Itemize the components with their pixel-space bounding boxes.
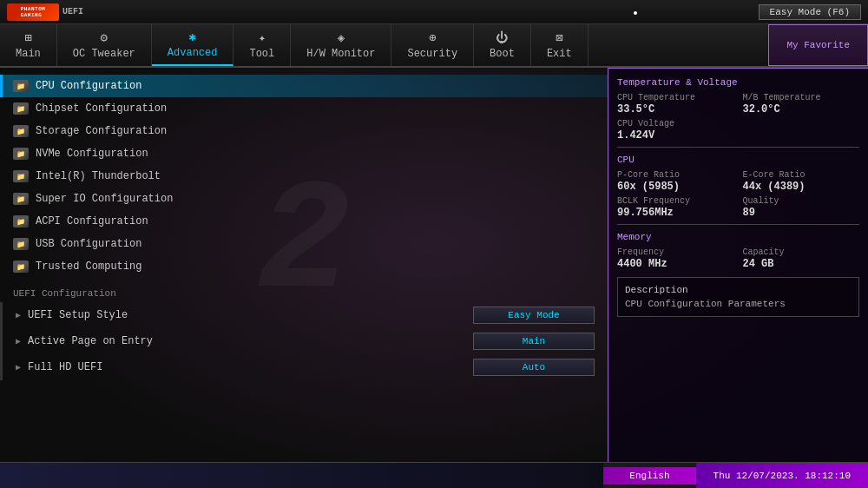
advanced-icon: ✱ (188, 30, 195, 44)
super-io-label: Super IO Configuration (36, 193, 173, 205)
nav-item-tool[interactable]: ✦ Tool (233, 24, 291, 66)
menu-item-trusted-computing[interactable]: 📁 Trusted Computing (0, 255, 608, 278)
menu-item-chipset-config[interactable]: 📁 Chipset Configuration (0, 97, 608, 120)
menu-item-usb-config[interactable]: 📁 USB Configuration (0, 233, 608, 255)
main-content: 📁 CPU Configuration 📁 Chipset Configurat… (0, 68, 868, 462)
trusted-icon: 📁 (13, 260, 29, 273)
core-ratio-row: P-Core Ratio 60x (5985) E-Core Ratio 44x… (617, 170, 859, 193)
menu-item-acpi-config[interactable]: 📁 ACPI Configuration (0, 210, 608, 233)
p-core-col: P-Core Ratio 60x (5985) (617, 170, 734, 193)
row-indicator-1: ▶ (16, 310, 21, 320)
e-core-value: 44x (4389) (743, 181, 860, 193)
quality-label: Quality (743, 196, 860, 206)
uefi-setup-style-row: ▶ UEFI Setup Style Easy Mode (0, 302, 608, 328)
cpu-temp-col: CPU Temperature 33.5°C (617, 93, 734, 115)
volt-row: CPU Voltage 1.424V (617, 119, 859, 142)
bclk-col: BCLK Frequency 99.756MHz (617, 196, 734, 219)
freq-value: 4400 MHz (617, 258, 734, 270)
nav-label-security: Security (407, 48, 457, 60)
p-core-value: 60x (5985) (617, 181, 734, 193)
mb-temp-label: M/B Temperature (743, 93, 860, 102)
nav-label-boot: Boot (490, 48, 515, 60)
row-indicator-2: ▶ (16, 336, 21, 346)
quality-value: 89 (743, 207, 860, 219)
memory-row: Frequency 4400 MHz Capacity 24 GB (617, 247, 859, 270)
nav-item-exit[interactable]: ⊠ Exit (531, 24, 589, 66)
nav-item-hw-monitor[interactable]: ◈ H/W Monitor (291, 24, 391, 66)
hw-monitor-icon: ◈ (338, 30, 345, 45)
nvme-label: NVMe Configuration (36, 148, 148, 160)
menu-item-super-io[interactable]: 📁 Super IO Configuration (0, 188, 608, 210)
capacity-label: Capacity (743, 247, 860, 257)
mb-temp-col: M/B Temperature 32.0°C (743, 93, 860, 115)
acpi-icon: 📁 (13, 215, 29, 228)
nav-label-tool: Tool (249, 48, 274, 60)
status-bar: English Thu 12/07/2023. 18:12:10 (0, 462, 868, 488)
tool-icon: ✦ (259, 30, 266, 45)
bclk-quality-row: BCLK Frequency 99.756MHz Quality 89 (617, 196, 859, 219)
quality-col: Quality 89 (743, 196, 860, 219)
active-page-value[interactable]: Main (473, 333, 595, 350)
uefi-setup-style-value[interactable]: Easy Mode (473, 307, 595, 324)
p-core-label: P-Core Ratio (617, 170, 734, 180)
divider-2 (617, 224, 859, 225)
menu-item-nvme-config[interactable]: 📁 NVMe Configuration (0, 142, 608, 165)
security-icon: ⊕ (429, 30, 436, 45)
memory-title: Memory (617, 232, 859, 242)
description-title: Description (625, 285, 852, 295)
active-page-entry-row: ▶ Active Page on Entry Main (0, 328, 608, 354)
oc-tweaker-icon: ⚙ (101, 30, 108, 45)
nav-label-hw: H/W Monitor (306, 48, 375, 60)
nav-label-advanced: Advanced (168, 47, 218, 59)
cpu-title: CPU (617, 155, 859, 165)
acpi-label: ACPI Configuration (36, 215, 148, 228)
nav-item-advanced[interactable]: ✱ Advanced (152, 24, 234, 66)
main-icon: ⊞ (24, 30, 31, 45)
storage-label: Storage Configuration (36, 125, 167, 137)
nav-item-oc-tweaker[interactable]: ⚙ OC Tweaker (57, 24, 152, 66)
logo-area: PHANTOMGAMING UEFI (7, 3, 83, 21)
temp-voltage-title: Temperature & Voltage (617, 77, 859, 88)
full-hd-value[interactable]: Auto (473, 359, 595, 376)
full-hd-uefi-row: ▶ Full HD UEFI Auto (0, 354, 608, 380)
e-core-col: E-Core Ratio 44x (4389) (743, 170, 860, 193)
thunderbolt-label: Intel(R) Thunderbolt (36, 170, 161, 182)
chipset-icon: 📁 (13, 102, 29, 115)
left-panel: 📁 CPU Configuration 📁 Chipset Configurat… (0, 68, 608, 462)
right-panel: Temperature & Voltage CPU Temperature 33… (608, 68, 868, 462)
capacity-value: 24 GB (743, 258, 860, 270)
boot-icon: ⏻ (496, 31, 508, 45)
menu-item-storage-config[interactable]: 📁 Storage Configuration (0, 120, 608, 142)
cpu-config-icon: 📁 (13, 80, 29, 92)
cpu-volt-label: CPU Voltage (617, 119, 859, 129)
capacity-col: Capacity 24 GB (743, 247, 860, 270)
bclk-value: 99.756MHz (617, 207, 734, 219)
cpu-config-label: CPU Configuration (36, 80, 141, 92)
status-bar-left (0, 463, 603, 488)
nav-item-security[interactable]: ⊕ Security (391, 24, 474, 66)
logo-image: PHANTOMGAMING (7, 3, 59, 21)
uefi-section-label: UEFI Configuration (0, 278, 608, 302)
uefi-setup-style-label: UEFI Setup Style (28, 309, 466, 321)
super-io-icon: 📁 (13, 193, 29, 205)
divider-1 (617, 147, 859, 148)
menu-item-intel-thunderbolt[interactable]: 📁 Intel(R) Thunderbolt (0, 165, 608, 188)
description-text: CPU Configuration Parameters (625, 299, 852, 309)
bclk-label: BCLK Frequency (617, 196, 734, 206)
easy-mode-button[interactable]: Easy Mode (F6) (759, 4, 861, 20)
e-core-label: E-Core Ratio (743, 170, 860, 180)
full-hd-label: Full HD UEFI (28, 361, 466, 373)
nav-item-main[interactable]: ⊞ Main (0, 24, 57, 66)
menu-item-cpu-config[interactable]: 📁 CPU Configuration (0, 75, 608, 97)
nav-item-boot[interactable]: ⏻ Boot (474, 24, 531, 66)
nav-bar: ⊞ Main ⚙ OC Tweaker ✱ Advanced ✦ Tool ◈ … (0, 24, 868, 68)
exit-icon: ⊠ (556, 30, 562, 45)
datetime-display: Thu 12/07/2023. 18:12:10 (696, 463, 868, 488)
language-selector[interactable]: English (603, 467, 695, 485)
my-favorite-button[interactable]: My Favorite (768, 24, 868, 66)
description-box: Description CPU Configuration Parameters (617, 277, 859, 317)
temp-row: CPU Temperature 33.5°C M/B Temperature 3… (617, 93, 859, 115)
cpu-volt-value: 1.424V (617, 129, 859, 142)
cpu-temp-value: 33.5°C (617, 103, 734, 115)
uefi-badge: UEFI (62, 7, 83, 16)
